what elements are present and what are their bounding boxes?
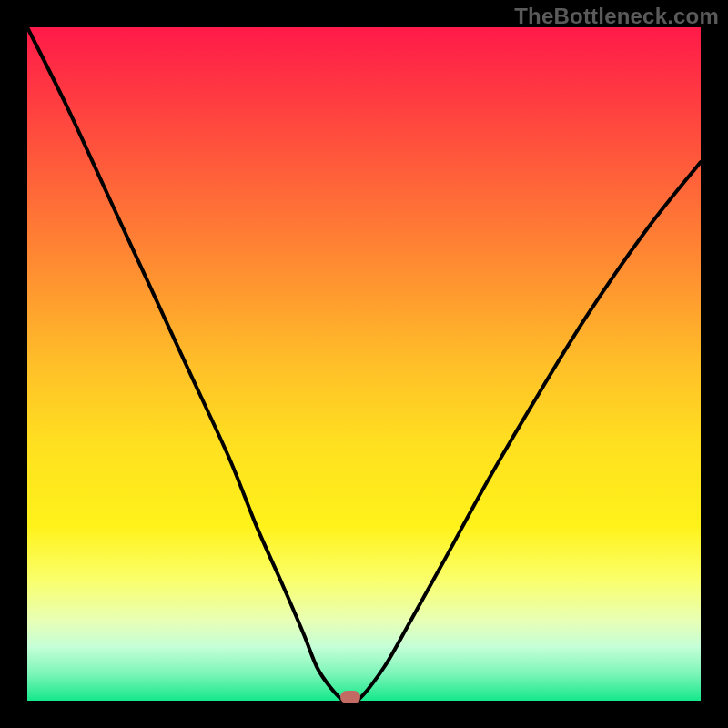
plot-area xyxy=(27,27,701,701)
chart-frame: TheBottleneck.com xyxy=(0,0,728,728)
bottleneck-curve-path xyxy=(27,27,701,701)
optimum-marker xyxy=(340,691,360,703)
watermark-text: TheBottleneck.com xyxy=(514,4,719,29)
curve-svg xyxy=(27,27,701,701)
